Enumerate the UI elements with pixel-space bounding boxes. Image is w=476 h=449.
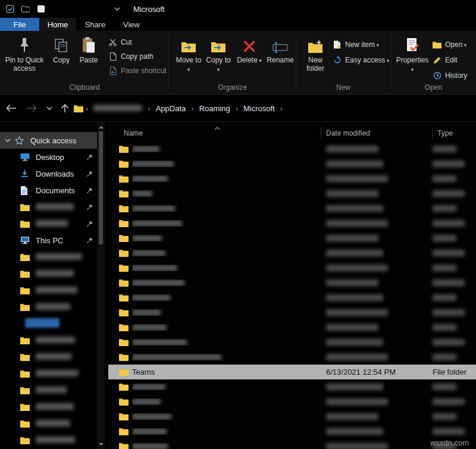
new-item-button[interactable]: New item (333, 38, 379, 51)
pin-icon (86, 220, 93, 227)
tab-share[interactable]: Share (76, 18, 114, 31)
sidebar-item-redacted[interactable] (0, 315, 97, 332)
sidebar-item-redacted[interactable] (0, 398, 97, 415)
forward-button[interactable] (24, 101, 39, 116)
file-row-redacted[interactable] (108, 290, 476, 305)
button-label: Open (445, 40, 466, 49)
file-name: Teams (132, 368, 326, 376)
column-header-name[interactable]: Name (124, 129, 143, 137)
properties-button[interactable]: Properties (394, 34, 430, 74)
copy-button[interactable]: Copy (49, 34, 74, 64)
file-row-redacted[interactable] (108, 394, 476, 409)
redacted-file-type (433, 250, 476, 256)
sidebar-item-quick-access[interactable]: Quick access (0, 132, 97, 149)
breadcrumb-segment-appdata[interactable]: AppData (151, 104, 192, 113)
move-to-button[interactable]: Move to (174, 34, 203, 74)
rename-button[interactable]: Rename (265, 34, 296, 64)
sidebar-scrollbar[interactable] (97, 122, 105, 449)
column-header-type[interactable]: Type (437, 129, 453, 137)
sidebar-item-this-pc[interactable]: This PC (0, 232, 97, 249)
tab-home[interactable]: Home (39, 18, 76, 31)
redacted-file-type (433, 309, 476, 316)
scrollbar-thumb[interactable] (99, 131, 103, 244)
column-divider[interactable] (321, 127, 321, 140)
history-button[interactable]: History (433, 69, 467, 82)
pin-icon (18, 34, 31, 54)
sidebar-item-redacted[interactable] (0, 365, 97, 382)
new-folder-button[interactable]: New folder (300, 34, 330, 73)
folder-toolbar-icon[interactable] (18, 1, 33, 17)
file-row-redacted[interactable] (108, 201, 476, 216)
redacted-file-type (433, 205, 476, 212)
file-row-redacted[interactable] (108, 409, 476, 424)
sidebar-item-redacted[interactable] (0, 348, 97, 365)
redacted-file-name (132, 161, 326, 167)
file-row-redacted[interactable] (108, 156, 476, 171)
edit-button[interactable]: Edit (433, 54, 458, 67)
sidebar-item-redacted[interactable] (0, 265, 97, 282)
move-to-folder-icon (181, 34, 196, 54)
file-row-redacted[interactable] (108, 275, 476, 290)
tab-file[interactable]: File (0, 18, 39, 31)
folder-icon (119, 279, 129, 287)
column-divider[interactable] (432, 127, 433, 140)
file-row-redacted[interactable] (108, 231, 476, 246)
redacted-label (36, 403, 74, 412)
sidebar-item-desktop[interactable]: Desktop (0, 149, 97, 165)
quick-access-toolbar-chevron-icon[interactable] (109, 1, 125, 17)
sidebar-item-redacted[interactable] (0, 215, 97, 232)
delete-button[interactable]: Delete (235, 34, 264, 65)
file-row-redacted[interactable] (108, 246, 476, 260)
open-button[interactable]: Open (433, 38, 466, 51)
breadcrumb-segment-redacted[interactable] (88, 104, 148, 113)
sidebar-item-redacted[interactable] (0, 382, 97, 398)
sidebar-item-redacted[interactable] (0, 332, 97, 348)
paste-button[interactable]: Paste (75, 34, 102, 64)
file-row-redacted[interactable] (108, 216, 476, 231)
copy-to-button[interactable]: Copy to (204, 34, 233, 74)
sidebar-item-downloads[interactable]: Downloads (0, 165, 97, 182)
sidebar-item-redacted[interactable] (0, 432, 97, 448)
pin-to-quick-access-button[interactable]: Pin to Quick access (2, 34, 46, 73)
file-row-redacted[interactable] (108, 142, 476, 156)
cut-button[interactable]: Cut (108, 36, 132, 49)
file-row-redacted[interactable] (108, 171, 476, 186)
sidebar-item-redacted[interactable] (0, 249, 97, 265)
file-row-redacted[interactable] (108, 379, 476, 394)
sidebar-item-redacted[interactable] (0, 199, 97, 215)
back-button[interactable] (4, 101, 19, 116)
paste-shortcut-button[interactable]: Paste shortcut (108, 64, 167, 77)
folder-icon (119, 145, 129, 153)
redacted-file-name (132, 413, 326, 420)
breadcrumb-segment-microsoft[interactable]: Microsoft (238, 104, 280, 113)
redacted-file-type (433, 161, 476, 167)
properties-toolbar-icon[interactable] (2, 1, 18, 17)
group-label-open: Open (391, 83, 476, 92)
up-button[interactable] (57, 101, 73, 116)
sidebar-item-redacted[interactable] (0, 299, 97, 315)
recent-locations-chevron-icon[interactable] (42, 101, 57, 116)
sidebar-item-redacted[interactable] (0, 415, 97, 432)
copy-path-button[interactable]: Copy path (108, 50, 154, 63)
file-row-redacted[interactable] (108, 335, 476, 350)
folder-icon (119, 324, 129, 331)
file-row-redacted[interactable] (108, 424, 476, 439)
sidebar-item-documents[interactable]: Documents (0, 182, 97, 199)
column-header-date-modified[interactable]: Date modified (326, 129, 370, 137)
easy-access-button[interactable]: Easy access (333, 54, 389, 67)
file-row-redacted[interactable] (108, 439, 476, 449)
folder-icon (20, 287, 31, 294)
sidebar-item-redacted[interactable] (0, 282, 97, 299)
file-row-redacted[interactable] (108, 350, 476, 365)
scroll-up-icon[interactable] (97, 123, 105, 130)
address-folder-icon (74, 105, 83, 112)
file-row-teams[interactable]: Teams6/13/2021 12:54 PMFile folder (108, 365, 476, 379)
file-row-redacted[interactable] (108, 305, 476, 320)
tab-view[interactable]: View (114, 18, 149, 31)
file-row-redacted[interactable] (108, 260, 476, 275)
breadcrumb-segment-roaming[interactable]: Roaming (194, 104, 236, 113)
file-row-redacted[interactable] (108, 320, 476, 335)
chevron-down-icon[interactable] (5, 139, 11, 142)
file-row-redacted[interactable] (108, 186, 476, 201)
scroll-down-icon[interactable] (97, 441, 105, 448)
